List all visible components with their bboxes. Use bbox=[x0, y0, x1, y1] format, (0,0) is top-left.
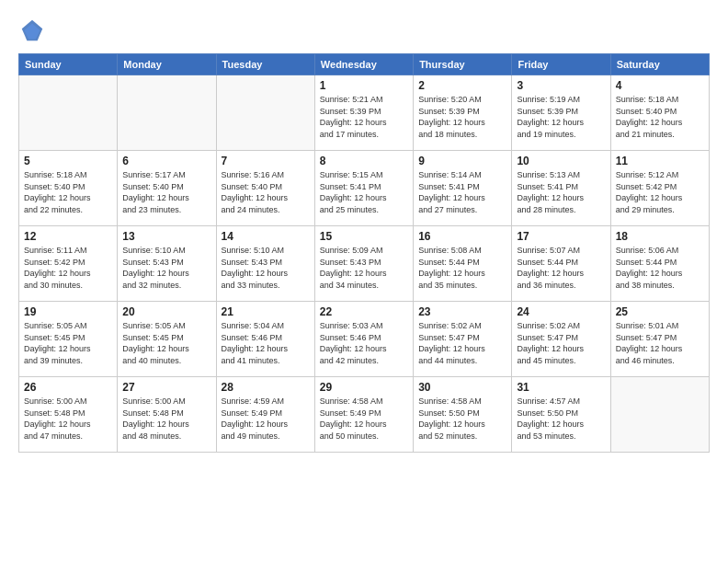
day-info: Sunrise: 5:01 AM Sunset: 5:47 PM Dayligh… bbox=[616, 320, 704, 366]
day-number: 11 bbox=[616, 155, 704, 167]
day-cell: 1Sunrise: 5:21 AM Sunset: 5:39 PM Daylig… bbox=[314, 75, 413, 151]
logo-icon bbox=[18, 17, 46, 44]
day-number: 22 bbox=[320, 305, 408, 318]
day-cell: 4Sunrise: 5:18 AM Sunset: 5:40 PM Daylig… bbox=[610, 75, 709, 151]
day-info: Sunrise: 5:19 AM Sunset: 5:39 PM Dayligh… bbox=[517, 94, 605, 140]
day-cell bbox=[216, 75, 314, 151]
day-cell: 15Sunrise: 5:09 AM Sunset: 5:43 PM Dayli… bbox=[314, 226, 413, 302]
day-cell: 10Sunrise: 5:13 AM Sunset: 5:41 PM Dayli… bbox=[512, 151, 610, 226]
day-cell: 18Sunrise: 5:06 AM Sunset: 5:44 PM Dayli… bbox=[610, 226, 709, 302]
day-cell: 5Sunrise: 5:18 AM Sunset: 5:40 PM Daylig… bbox=[19, 151, 118, 226]
weekday-header-sunday: Sunday bbox=[19, 54, 118, 75]
day-number: 17 bbox=[517, 230, 605, 243]
day-info: Sunrise: 5:15 AM Sunset: 5:41 PM Dayligh… bbox=[320, 169, 408, 215]
logo bbox=[18, 17, 50, 44]
day-cell: 20Sunrise: 5:05 AM Sunset: 5:45 PM Dayli… bbox=[118, 302, 216, 377]
day-info: Sunrise: 5:09 AM Sunset: 5:43 PM Dayligh… bbox=[320, 245, 408, 291]
day-cell: 17Sunrise: 5:07 AM Sunset: 5:44 PM Dayli… bbox=[512, 226, 610, 302]
day-cell: 7Sunrise: 5:16 AM Sunset: 5:40 PM Daylig… bbox=[216, 151, 314, 226]
day-number: 25 bbox=[616, 305, 704, 318]
day-info: Sunrise: 5:02 AM Sunset: 5:47 PM Dayligh… bbox=[517, 320, 605, 366]
day-cell: 13Sunrise: 5:10 AM Sunset: 5:43 PM Dayli… bbox=[118, 226, 216, 302]
week-row-2: 5Sunrise: 5:18 AM Sunset: 5:40 PM Daylig… bbox=[19, 151, 710, 226]
day-number: 1 bbox=[320, 79, 408, 92]
day-info: Sunrise: 5:05 AM Sunset: 5:45 PM Dayligh… bbox=[122, 320, 210, 366]
day-cell: 25Sunrise: 5:01 AM Sunset: 5:47 PM Dayli… bbox=[610, 302, 709, 377]
weekday-header-wednesday: Wednesday bbox=[314, 54, 413, 75]
day-number: 13 bbox=[122, 230, 210, 243]
week-row-3: 12Sunrise: 5:11 AM Sunset: 5:42 PM Dayli… bbox=[19, 226, 710, 302]
day-cell: 2Sunrise: 5:20 AM Sunset: 5:39 PM Daylig… bbox=[414, 75, 512, 151]
day-info: Sunrise: 5:18 AM Sunset: 5:40 PM Dayligh… bbox=[616, 94, 704, 140]
day-cell: 12Sunrise: 5:11 AM Sunset: 5:42 PM Dayli… bbox=[19, 226, 118, 302]
day-number: 26 bbox=[24, 381, 112, 394]
weekday-row: SundayMondayTuesdayWednesdayThursdayFrid… bbox=[19, 54, 710, 75]
day-cell: 14Sunrise: 5:10 AM Sunset: 5:43 PM Dayli… bbox=[216, 226, 314, 302]
day-cell: 29Sunrise: 4:58 AM Sunset: 5:49 PM Dayli… bbox=[314, 377, 413, 453]
day-info: Sunrise: 4:58 AM Sunset: 5:49 PM Dayligh… bbox=[320, 396, 408, 442]
day-info: Sunrise: 5:13 AM Sunset: 5:41 PM Dayligh… bbox=[517, 169, 605, 215]
day-number: 28 bbox=[222, 381, 310, 394]
day-cell bbox=[610, 377, 709, 453]
day-info: Sunrise: 5:10 AM Sunset: 5:43 PM Dayligh… bbox=[122, 245, 210, 291]
day-cell: 9Sunrise: 5:14 AM Sunset: 5:41 PM Daylig… bbox=[414, 151, 512, 226]
day-info: Sunrise: 5:16 AM Sunset: 5:40 PM Dayligh… bbox=[222, 169, 310, 215]
day-number: 23 bbox=[418, 305, 506, 318]
day-number: 5 bbox=[24, 155, 112, 167]
day-number: 19 bbox=[24, 305, 112, 318]
day-cell: 26Sunrise: 5:00 AM Sunset: 5:48 PM Dayli… bbox=[19, 377, 118, 453]
day-info: Sunrise: 5:02 AM Sunset: 5:47 PM Dayligh… bbox=[418, 320, 506, 366]
weekday-header-friday: Friday bbox=[512, 54, 610, 75]
day-number: 4 bbox=[616, 79, 704, 92]
day-cell: 27Sunrise: 5:00 AM Sunset: 5:48 PM Dayli… bbox=[118, 377, 216, 453]
day-cell: 11Sunrise: 5:12 AM Sunset: 5:42 PM Dayli… bbox=[610, 151, 709, 226]
header bbox=[18, 17, 710, 44]
day-cell bbox=[118, 75, 216, 151]
day-number: 29 bbox=[320, 381, 408, 394]
weekday-header-monday: Monday bbox=[118, 54, 216, 75]
day-number: 30 bbox=[418, 381, 506, 394]
day-info: Sunrise: 5:06 AM Sunset: 5:44 PM Dayligh… bbox=[616, 245, 704, 291]
day-number: 2 bbox=[418, 79, 506, 92]
day-info: Sunrise: 4:58 AM Sunset: 5:50 PM Dayligh… bbox=[418, 396, 506, 442]
day-cell: 23Sunrise: 5:02 AM Sunset: 5:47 PM Dayli… bbox=[414, 302, 512, 377]
day-info: Sunrise: 4:59 AM Sunset: 5:49 PM Dayligh… bbox=[222, 396, 310, 442]
weekday-header-saturday: Saturday bbox=[610, 54, 709, 75]
weekday-header-thursday: Thursday bbox=[414, 54, 512, 75]
day-number: 20 bbox=[122, 305, 210, 318]
day-info: Sunrise: 5:21 AM Sunset: 5:39 PM Dayligh… bbox=[320, 94, 408, 140]
day-info: Sunrise: 5:12 AM Sunset: 5:42 PM Dayligh… bbox=[616, 169, 704, 215]
calendar: SundayMondayTuesdayWednesdayThursdayFrid… bbox=[18, 53, 710, 453]
day-number: 21 bbox=[222, 305, 310, 318]
day-number: 7 bbox=[222, 155, 310, 167]
day-number: 24 bbox=[517, 305, 605, 318]
calendar-header: SundayMondayTuesdayWednesdayThursdayFrid… bbox=[19, 54, 710, 75]
day-cell: 30Sunrise: 4:58 AM Sunset: 5:50 PM Dayli… bbox=[414, 377, 512, 453]
day-info: Sunrise: 5:04 AM Sunset: 5:46 PM Dayligh… bbox=[222, 320, 310, 366]
day-info: Sunrise: 4:57 AM Sunset: 5:50 PM Dayligh… bbox=[517, 396, 605, 442]
day-info: Sunrise: 5:03 AM Sunset: 5:46 PM Dayligh… bbox=[320, 320, 408, 366]
day-number: 16 bbox=[418, 230, 506, 243]
day-cell: 6Sunrise: 5:17 AM Sunset: 5:40 PM Daylig… bbox=[118, 151, 216, 226]
day-info: Sunrise: 5:11 AM Sunset: 5:42 PM Dayligh… bbox=[24, 245, 112, 291]
day-number: 15 bbox=[320, 230, 408, 243]
day-number: 9 bbox=[418, 155, 506, 167]
day-info: Sunrise: 5:10 AM Sunset: 5:43 PM Dayligh… bbox=[222, 245, 310, 291]
day-info: Sunrise: 5:14 AM Sunset: 5:41 PM Dayligh… bbox=[418, 169, 506, 215]
week-row-4: 19Sunrise: 5:05 AM Sunset: 5:45 PM Dayli… bbox=[19, 302, 710, 377]
day-number: 31 bbox=[517, 381, 605, 394]
day-cell bbox=[19, 75, 118, 151]
day-info: Sunrise: 5:00 AM Sunset: 5:48 PM Dayligh… bbox=[24, 396, 112, 442]
day-cell: 3Sunrise: 5:19 AM Sunset: 5:39 PM Daylig… bbox=[512, 75, 610, 151]
day-cell: 8Sunrise: 5:15 AM Sunset: 5:41 PM Daylig… bbox=[314, 151, 413, 226]
day-number: 6 bbox=[122, 155, 210, 167]
page: SundayMondayTuesdayWednesdayThursdayFrid… bbox=[0, 0, 728, 563]
day-cell: 19Sunrise: 5:05 AM Sunset: 5:45 PM Dayli… bbox=[19, 302, 118, 377]
day-info: Sunrise: 5:05 AM Sunset: 5:45 PM Dayligh… bbox=[24, 320, 112, 366]
day-cell: 22Sunrise: 5:03 AM Sunset: 5:46 PM Dayli… bbox=[314, 302, 413, 377]
day-info: Sunrise: 5:08 AM Sunset: 5:44 PM Dayligh… bbox=[418, 245, 506, 291]
day-cell: 16Sunrise: 5:08 AM Sunset: 5:44 PM Dayli… bbox=[414, 226, 512, 302]
day-cell: 28Sunrise: 4:59 AM Sunset: 5:49 PM Dayli… bbox=[216, 377, 314, 453]
day-number: 18 bbox=[616, 230, 704, 243]
day-info: Sunrise: 5:00 AM Sunset: 5:48 PM Dayligh… bbox=[122, 396, 210, 442]
